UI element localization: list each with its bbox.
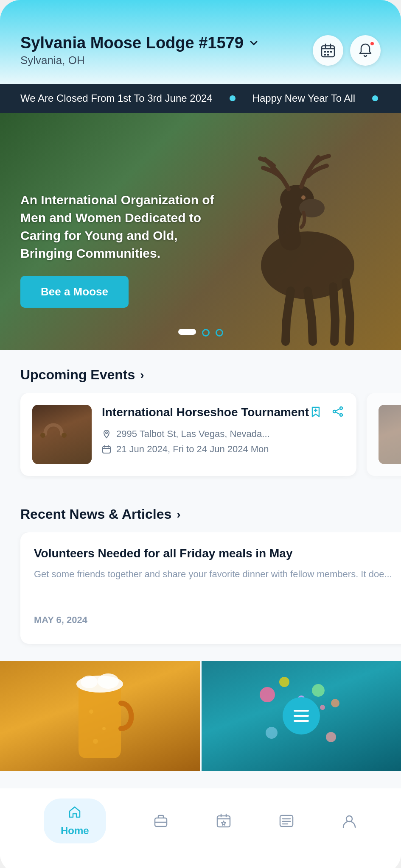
event-image-2 bbox=[379, 405, 401, 464]
ticker-message-1: We Are Closed From 1st To 3rd June 2024 bbox=[20, 92, 213, 104]
svg-point-39 bbox=[320, 705, 325, 710]
notification-button[interactable] bbox=[350, 35, 381, 66]
location-icon bbox=[102, 429, 111, 439]
lodge-name-container[interactable]: Sylvania Moose Lodge #1579 bbox=[20, 34, 260, 52]
photo-beer bbox=[0, 661, 200, 771]
svg-point-12 bbox=[340, 407, 342, 409]
news-footer-1: MAY 6, 2024 bbox=[34, 614, 401, 626]
event-actions-1 bbox=[309, 405, 345, 418]
svg-point-31 bbox=[279, 677, 289, 687]
event-card-2[interactable] bbox=[367, 393, 401, 476]
ticker-bar: We Are Closed From 1st To 3rd June 2024 … bbox=[0, 84, 401, 113]
svg-point-15 bbox=[106, 432, 107, 434]
event-image-1 bbox=[32, 405, 92, 464]
ticker-dot-2 bbox=[372, 95, 378, 101]
svg-point-11 bbox=[62, 433, 67, 438]
calendar-button[interactable] bbox=[313, 35, 343, 66]
lodge-info: Sylvania Moose Lodge #1579 Sylvania, OH bbox=[20, 34, 260, 67]
news-section: Recent News & Articles › Volunteers Need… bbox=[0, 490, 401, 661]
svg-point-9 bbox=[301, 195, 306, 200]
ticker-message-2: Happy New Year To All bbox=[252, 92, 355, 104]
phone-frame: Sylvania Moose Lodge #1579 Sylvania, OH bbox=[0, 0, 401, 868]
slide-dot-1[interactable] bbox=[178, 329, 196, 335]
news-article-title-1: Volunteers Needed for all Friday meals i… bbox=[34, 546, 392, 561]
hero-tagline: An International Organization of Men and… bbox=[20, 191, 224, 262]
svg-rect-1 bbox=[324, 51, 326, 53]
news-text-block-1: Volunteers Needed for all Friday meals i… bbox=[34, 546, 392, 605]
nav-jobs-item[interactable] bbox=[153, 813, 169, 829]
svg-point-33 bbox=[331, 699, 339, 707]
event-location-text-1: 2995 Talbot St, Las Vegas, Nevada... bbox=[116, 428, 270, 440]
svg-point-26 bbox=[98, 673, 119, 689]
svg-point-35 bbox=[266, 727, 278, 739]
hero-content: An International Organization of Men and… bbox=[20, 191, 224, 308]
event-card-1[interactable]: International Horseshoe Tournament bbox=[20, 393, 356, 476]
news-icon bbox=[278, 813, 294, 829]
svg-point-28 bbox=[102, 727, 106, 730]
calendar-icon bbox=[320, 42, 336, 58]
briefcase-icon bbox=[153, 813, 169, 829]
calendar-star-icon bbox=[216, 813, 232, 829]
upcoming-events-title: Upcoming Events bbox=[20, 367, 135, 383]
bookmark-add-icon[interactable] bbox=[309, 405, 322, 418]
nav-home-item[interactable]: Home bbox=[44, 798, 106, 843]
svg-point-13 bbox=[333, 410, 336, 413]
svg-point-36 bbox=[326, 732, 336, 742]
hero-section: An International Organization of Men and… bbox=[0, 113, 401, 350]
menu-line-2 bbox=[294, 715, 309, 717]
beer-mug-icon bbox=[66, 669, 134, 762]
events-scroll[interactable]: International Horseshoe Tournament bbox=[0, 393, 401, 490]
event-location-1: 2995 Talbot St, Las Vegas, Nevada... bbox=[102, 428, 345, 440]
notification-dot bbox=[370, 41, 375, 46]
slide-dot-3[interactable] bbox=[216, 329, 223, 337]
news-date-1: MAY 6, 2024 bbox=[34, 615, 87, 626]
svg-rect-4 bbox=[324, 54, 326, 56]
svg-rect-16 bbox=[103, 446, 110, 453]
svg-point-14 bbox=[340, 414, 342, 416]
upcoming-events-header[interactable]: Upcoming Events › bbox=[0, 350, 401, 393]
svg-point-25 bbox=[81, 676, 98, 688]
svg-rect-3 bbox=[330, 51, 332, 53]
nav-news-item[interactable] bbox=[278, 813, 294, 829]
news-card-1[interactable]: Volunteers Needed for all Friday meals i… bbox=[20, 532, 401, 644]
lodge-name-text: Sylvania Moose Lodge #1579 bbox=[20, 34, 244, 52]
news-title: Recent News & Articles bbox=[20, 506, 171, 522]
chevron-down-icon bbox=[248, 37, 260, 49]
news-excerpt-1: Get some friends together and share your… bbox=[34, 567, 392, 581]
horseshoe-door-bg bbox=[32, 405, 92, 464]
horseshoe-door-bg-2 bbox=[379, 405, 401, 464]
news-top-1: Volunteers Needed for all Friday meals i… bbox=[34, 546, 401, 605]
bee-a-moose-button[interactable]: Bee a Moose bbox=[20, 276, 129, 308]
share-icon-event[interactable] bbox=[331, 405, 345, 418]
svg-point-10 bbox=[40, 433, 45, 438]
calendar-small-icon bbox=[102, 445, 111, 454]
menu-fab-button[interactable] bbox=[283, 697, 320, 734]
upcoming-events-chevron: › bbox=[140, 368, 144, 382]
news-header[interactable]: Recent News & Articles › bbox=[0, 490, 401, 532]
event-date-text-1: 21 Jun 2024, Fri to 24 Jun 2024 Mon bbox=[116, 444, 269, 455]
home-icon bbox=[68, 805, 81, 819]
bottom-navigation: Home bbox=[0, 788, 401, 864]
photo-party[interactable] bbox=[202, 661, 401, 771]
main-content: Upcoming Events › bbox=[0, 350, 401, 788]
svg-rect-2 bbox=[327, 51, 329, 53]
menu-lines-icon bbox=[294, 710, 309, 722]
slide-dot-2[interactable] bbox=[202, 329, 210, 337]
header-icons bbox=[313, 35, 381, 66]
nav-events-item[interactable] bbox=[216, 813, 232, 829]
moose-illustration bbox=[223, 130, 384, 350]
nav-home-label: Home bbox=[61, 825, 89, 837]
hero-background: An International Organization of Men and… bbox=[0, 113, 401, 350]
nav-profile-item[interactable] bbox=[341, 813, 357, 829]
svg-point-30 bbox=[260, 687, 275, 702]
svg-rect-5 bbox=[327, 54, 329, 56]
ticker-dot-1 bbox=[230, 95, 236, 101]
lodge-location: Sylvania, OH bbox=[20, 54, 260, 67]
news-scroll[interactable]: Volunteers Needed for all Friday meals i… bbox=[0, 532, 401, 661]
event-title-1: International Horseshoe Tournament bbox=[102, 405, 309, 420]
header: Sylvania Moose Lodge #1579 Sylvania, OH bbox=[0, 0, 401, 84]
slider-dots bbox=[178, 329, 223, 337]
profile-icon bbox=[341, 813, 357, 829]
svg-point-32 bbox=[312, 684, 325, 697]
event-details-1: International Horseshoe Tournament bbox=[102, 405, 345, 459]
